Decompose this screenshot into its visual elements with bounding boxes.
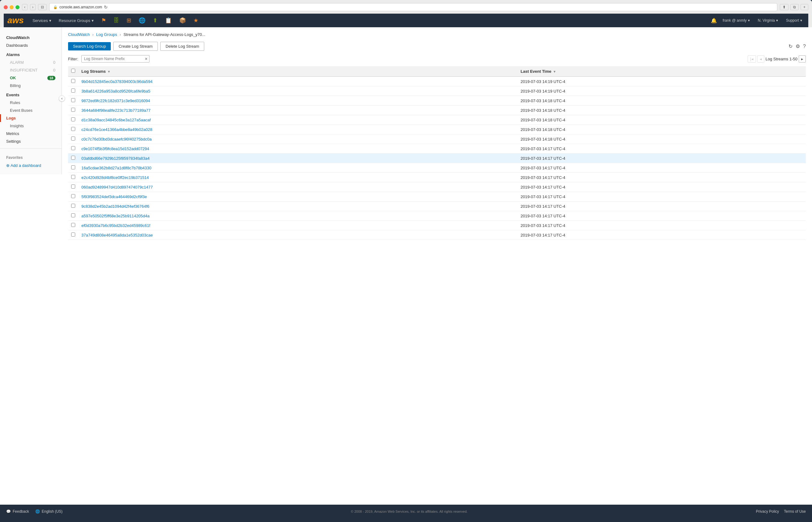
close-button[interactable]: [4, 5, 8, 9]
row-checkbox-cell: [68, 115, 78, 125]
row-checkbox[interactable]: [71, 88, 75, 93]
log-stream-link[interactable]: c24cd76e1ce41366a4bbe8a49b02a028: [81, 127, 152, 132]
forward-button[interactable]: ›: [30, 4, 36, 10]
row-checkbox[interactable]: [71, 213, 75, 217]
settings-button[interactable]: ⚙: [796, 43, 800, 49]
sidebar-item-rules[interactable]: Rules: [0, 99, 62, 106]
row-checkbox-cell: [68, 173, 78, 182]
filter-clear-button[interactable]: ×: [145, 56, 147, 61]
row-checkbox[interactable]: [71, 233, 75, 237]
service-icon-3[interactable]: ⊞: [123, 14, 135, 27]
log-stream-link[interactable]: 3644a684f98ea8fe223c713b77189a77: [81, 108, 150, 113]
sidebar-item-insufficient[interactable]: INSUFFICIENT 0: [0, 66, 62, 74]
row-checkbox[interactable]: [71, 204, 75, 208]
maximize-button[interactable]: [16, 5, 20, 9]
service-icon-8[interactable]: ★: [190, 14, 202, 27]
log-stream-link[interactable]: c9e1074f5b3f9fc8ea15d152add07294: [81, 146, 149, 151]
share-button[interactable]: ⬆: [780, 4, 789, 10]
minimize-button[interactable]: [9, 5, 14, 9]
language-selector[interactable]: 🌐 English (US): [35, 509, 63, 514]
nav-services[interactable]: Services ▾: [29, 14, 55, 27]
add-dashboard-button[interactable]: ⊕ Add a dashboard: [0, 162, 62, 169]
filter-input[interactable]: [81, 55, 149, 63]
service-icon-7[interactable]: 📦: [175, 14, 190, 27]
address-bar[interactable]: 🔒 console.aws.amazon.com ↻: [49, 3, 777, 11]
log-stream-link[interactable]: e2c420d928d4bf8ce0ff2ec19b371514: [81, 175, 149, 180]
row-checkbox[interactable]: [71, 156, 75, 160]
feedback-button[interactable]: 💬 Feedback: [6, 509, 29, 514]
service-icon-4[interactable]: 🌐: [135, 14, 149, 27]
bell-icon[interactable]: 🔔: [711, 18, 717, 23]
service-icon-5[interactable]: ⬆: [149, 14, 161, 27]
pagination-prev-button[interactable]: ◂: [757, 55, 764, 63]
table-header-last-event-time[interactable]: Last Event Time ▾: [517, 66, 806, 77]
pagination-next-button[interactable]: ▸: [799, 55, 806, 63]
nav-user-menu[interactable]: frank @ anmly ▾: [720, 18, 752, 23]
aws-logo[interactable]: aws: [7, 16, 24, 25]
row-checkbox[interactable]: [71, 108, 75, 112]
row-checkbox[interactable]: [71, 137, 75, 141]
create-log-stream-button[interactable]: Create Log Stream: [113, 42, 158, 51]
nav-region-menu[interactable]: N. Virginia ▾: [755, 18, 780, 23]
sidebar-toggle-button[interactable]: ⊟: [38, 4, 47, 10]
add-tab-button[interactable]: +: [800, 4, 808, 10]
row-checkbox[interactable]: [71, 146, 75, 150]
search-log-group-button[interactable]: Search Log Group: [68, 42, 111, 51]
log-stream-link[interactable]: 9c838d2e45b2ad1094d42f4ef36764f6: [81, 204, 149, 209]
nav-support-menu[interactable]: Support ▾: [784, 18, 805, 23]
log-stream-link[interactable]: 03afdbd66e7929b125f8597834fa83a4: [81, 156, 150, 161]
log-stream-link[interactable]: d1c38a09acc34845c6be3a127a5aacaf: [81, 118, 151, 122]
row-checkbox[interactable]: [71, 117, 75, 121]
row-stream-name: c0c7c76d30bd3dcaaefc96f40275bdc0a: [78, 134, 517, 144]
sidebar-item-event-buses[interactable]: Event Buses: [0, 106, 62, 114]
sidebar-collapse-button[interactable]: ‹: [59, 95, 65, 102]
service-icon-1[interactable]: ⚑: [98, 14, 110, 27]
sidebar-item-events[interactable]: Events: [0, 89, 62, 99]
sidebar-item-settings[interactable]: Settings: [0, 138, 62, 145]
log-stream-link[interactable]: a597e50502f5ff68e3e25b9114205d4a: [81, 214, 149, 218]
log-stream-link[interactable]: 37a749d808e46495a8da1e5352d03cae: [81, 233, 153, 238]
row-checkbox[interactable]: [71, 223, 75, 227]
breadcrumb-log-groups[interactable]: Log Groups: [96, 32, 117, 37]
row-checkbox[interactable]: [71, 165, 75, 169]
privacy-policy-link[interactable]: Privacy Policy: [756, 509, 779, 514]
terms-of-use-link[interactable]: Terms of Use: [784, 509, 806, 514]
sidebar-item-alarms[interactable]: Alarms: [0, 49, 62, 59]
log-stream-link[interactable]: 9b04d152845ec0a378394003c96da594: [81, 79, 152, 84]
sidebar-item-dashboards[interactable]: Dashboards: [0, 41, 62, 49]
log-stream-link[interactable]: ef0d3930a7b6c95bd2b32ed45989c61f: [81, 223, 150, 228]
row-checkbox[interactable]: [71, 184, 75, 188]
back-button[interactable]: ‹: [22, 4, 27, 10]
table-header-log-streams[interactable]: Log Streams ▾: [78, 66, 517, 77]
log-stream-link[interactable]: 3b8a614226a953a8cd9526fca6fe9ba5: [81, 89, 150, 94]
nav-resource-groups[interactable]: Resource Groups ▾: [55, 14, 98, 27]
sidebar-item-billing[interactable]: Billing: [0, 82, 62, 89]
pagination-first-button[interactable]: |◂: [748, 55, 756, 63]
reload-button[interactable]: ↻: [104, 5, 108, 9]
log-stream-link[interactable]: 16a5cdae362b8d27a1d8f8c7b78b4330: [81, 166, 151, 170]
sidebar-item-alarm[interactable]: ALARM 0: [0, 59, 62, 66]
row-checkbox[interactable]: [71, 194, 75, 198]
breadcrumb-cloudwatch[interactable]: CloudWatch: [68, 32, 90, 37]
log-stream-link[interactable]: c0c7c76d30bd3dcaaefc96f40275bdc0a: [81, 137, 152, 141]
select-all-checkbox[interactable]: [71, 69, 75, 73]
delete-log-stream-button[interactable]: Delete Log Stream: [160, 42, 204, 51]
new-tab-button[interactable]: ⧉: [790, 4, 799, 10]
row-stream-name: c24cd76e1ce41366a4bbe8a49b02a028: [78, 125, 517, 134]
sidebar-item-cloudwatch[interactable]: CloudWatch: [0, 32, 62, 41]
row-checkbox[interactable]: [71, 79, 75, 83]
service-icon-2[interactable]: 🗄: [110, 14, 123, 27]
refresh-button[interactable]: ↻: [789, 43, 792, 49]
row-checkbox[interactable]: [71, 127, 75, 131]
sidebar-item-metrics[interactable]: Metrics: [0, 130, 62, 138]
sidebar-item-ok[interactable]: OK 18: [0, 74, 62, 82]
log-stream-link[interactable]: 5f93f983524def3dca464469d2cf9f3e: [81, 195, 147, 199]
log-stream-link[interactable]: 9872ed9fc22fc182d371c3e9ed316094: [81, 98, 150, 103]
sidebar-item-logs[interactable]: Logs: [0, 114, 62, 122]
log-stream-link[interactable]: 060ad92489947d410d897474079c1477: [81, 185, 153, 189]
sidebar-item-insights[interactable]: Insights: [0, 122, 62, 130]
help-button[interactable]: ?: [803, 44, 806, 49]
service-icon-6[interactable]: 📋: [161, 14, 175, 27]
row-checkbox[interactable]: [71, 98, 75, 102]
row-checkbox[interactable]: [71, 175, 75, 179]
